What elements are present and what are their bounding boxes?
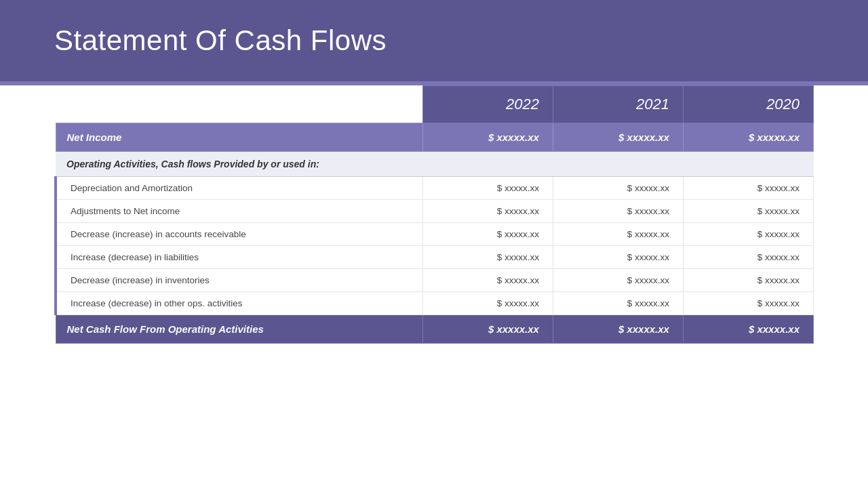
row-value-0-2021: $ xxxxx.xx bbox=[553, 177, 683, 200]
net-income-label: Net Income bbox=[56, 123, 422, 152]
page-title: Statement Of Cash Flows bbox=[54, 24, 387, 57]
row-value-2-2022: $ xxxxx.xx bbox=[422, 223, 553, 246]
row-value-3-2022: $ xxxxx.xx bbox=[422, 246, 553, 269]
row-value-5-2021: $ xxxxx.xx bbox=[553, 292, 683, 315]
year-header-row: 2022 2021 2020 bbox=[56, 86, 814, 123]
row-label-0: Depreciation and Amortization bbox=[56, 177, 422, 200]
row-label-4: Decrease (increase) in inventories bbox=[56, 269, 422, 292]
row-value-1-2022: $ xxxxx.xx bbox=[422, 200, 553, 223]
year-2021-header: 2021 bbox=[553, 86, 683, 123]
operating-header-row: Operating Activities, Cash flows Provide… bbox=[56, 152, 814, 177]
net-cash-flow-value-2021: $ xxxxx.xx bbox=[553, 315, 683, 344]
row-label-2: Decrease (increase) in accounts receivab… bbox=[56, 223, 422, 246]
table-row: Decrease (increase) in inventories $ xxx… bbox=[56, 269, 814, 292]
net-cash-flow-value-2022: $ xxxxx.xx bbox=[422, 315, 553, 344]
table-row: Increase (decrease) in liabilities $ xxx… bbox=[56, 246, 814, 269]
net-cash-flow-label: Net Cash Flow From Operating Activities bbox=[56, 315, 422, 344]
net-income-value-2022: $ xxxxx.xx bbox=[422, 123, 553, 152]
net-cash-flow-value-2020: $ xxxxx.xx bbox=[683, 315, 813, 344]
row-value-5-2022: $ xxxxx.xx bbox=[422, 292, 553, 315]
net-income-row: Net Income $ xxxxx.xx $ xxxxx.xx $ xxxxx… bbox=[56, 123, 814, 152]
net-income-value-2020: $ xxxxx.xx bbox=[683, 123, 813, 152]
cash-flow-table: 2022 2021 2020 Net Income $ xxxxx.xx $ x… bbox=[54, 85, 814, 344]
net-income-value-2021: $ xxxxx.xx bbox=[553, 123, 683, 152]
table-row: Depreciation and Amortization $ xxxxx.xx… bbox=[56, 177, 814, 200]
row-value-1-2020: $ xxxxx.xx bbox=[683, 200, 813, 223]
row-value-0-2020: $ xxxxx.xx bbox=[683, 177, 813, 200]
row-label-3: Increase (decrease) in liabilities bbox=[56, 246, 422, 269]
row-value-4-2022: $ xxxxx.xx bbox=[422, 269, 553, 292]
net-cash-flow-row: Net Cash Flow From Operating Activities … bbox=[56, 315, 814, 344]
row-value-2-2020: $ xxxxx.xx bbox=[683, 223, 813, 246]
row-label-1: Adjustments to Net income bbox=[56, 200, 422, 223]
table-row: Decrease (increase) in accounts receivab… bbox=[56, 223, 814, 246]
table-row: Increase (decrease) in other ops. activi… bbox=[56, 292, 814, 315]
row-value-3-2020: $ xxxxx.xx bbox=[683, 246, 813, 269]
row-value-3-2021: $ xxxxx.xx bbox=[553, 246, 683, 269]
year-2022-header: 2022 bbox=[422, 86, 553, 123]
row-value-0-2022: $ xxxxx.xx bbox=[422, 177, 553, 200]
row-value-4-2021: $ xxxxx.xx bbox=[553, 269, 683, 292]
row-label-5: Increase (decrease) in other ops. activi… bbox=[56, 292, 422, 315]
row-value-4-2020: $ xxxxx.xx bbox=[683, 269, 813, 292]
operating-header-label: Operating Activities, Cash flows Provide… bbox=[56, 152, 814, 177]
empty-header bbox=[56, 86, 422, 123]
row-value-5-2020: $ xxxxx.xx bbox=[683, 292, 813, 315]
table-container: 2022 2021 2020 Net Income $ xxxxx.xx $ x… bbox=[0, 85, 868, 344]
header-bar: Statement Of Cash Flows bbox=[0, 0, 868, 81]
row-value-2-2021: $ xxxxx.xx bbox=[553, 223, 683, 246]
year-2020-header: 2020 bbox=[683, 86, 813, 123]
row-value-1-2021: $ xxxxx.xx bbox=[553, 200, 683, 223]
table-row: Adjustments to Net income $ xxxxx.xx $ x… bbox=[56, 200, 814, 223]
